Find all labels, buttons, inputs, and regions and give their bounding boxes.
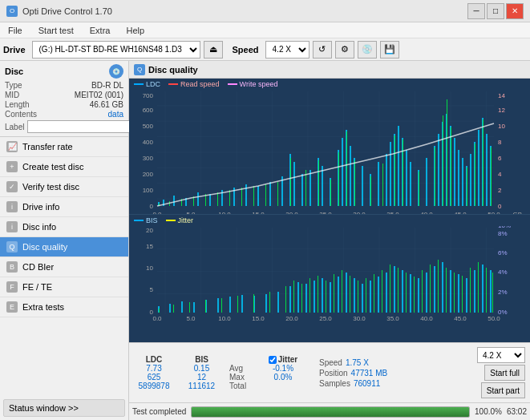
svg-rect-187 [334, 274, 334, 313]
svg-rect-147 [289, 286, 291, 313]
disc-button[interactable]: 💿 [358, 41, 377, 59]
mid-value: MEIT02 (001) [75, 91, 123, 99]
svg-rect-155 [354, 278, 355, 313]
sidebar-item-create-test-disc[interactable]: + Create test disc [0, 157, 128, 177]
max-label: Max [229, 373, 245, 382]
stats-area: LDC 7.73 625 5899878 BIS 0.15 12 111612 … [129, 342, 530, 402]
settings-button[interactable]: ⚙ [335, 41, 354, 59]
svg-rect-151 [322, 278, 323, 313]
svg-rect-162 [410, 274, 411, 313]
legend-bis: BIS [134, 216, 158, 224]
refresh-button[interactable]: ↺ [313, 41, 332, 59]
svg-rect-176 [205, 300, 206, 313]
close-button[interactable]: ✕ [506, 3, 524, 19]
svg-text:40.0: 40.0 [420, 315, 433, 322]
svg-rect-184 [310, 278, 310, 313]
svg-text:0: 0 [498, 203, 502, 210]
length-label: Length [5, 100, 30, 109]
sidebar-item-fe-te[interactable]: F FE / TE [0, 277, 128, 297]
svg-text:15.0: 15.0 [252, 211, 265, 214]
svg-rect-181 [285, 286, 286, 313]
svg-rect-166 [442, 262, 443, 313]
svg-text:15: 15 [146, 243, 153, 250]
nav-cd-bier-label: CD BIer [22, 262, 54, 272]
speed-select-stats[interactable]: 4.2 X [477, 347, 525, 363]
bis-max: 12 [197, 373, 206, 382]
svg-rect-88 [241, 188, 242, 206]
sidebar-item-disc-info[interactable]: i Disc info [0, 217, 128, 237]
svg-rect-152 [330, 282, 331, 313]
svg-rect-190 [358, 281, 358, 313]
title-controls: ─ □ ✕ [467, 3, 524, 19]
content-area: Q Disc quality LDC Read speed [129, 61, 530, 420]
verify-test-disc-icon: ✓ [6, 181, 18, 192]
eject-button[interactable]: ⏏ [204, 41, 223, 59]
speed-value: 1.75 X [346, 358, 369, 367]
legend-read-speed: Read speed [168, 80, 220, 88]
time-value: 63:02 [507, 407, 527, 416]
svg-rect-171 [482, 265, 483, 313]
sidebar-item-verify-test-disc[interactable]: ✓ Verify test disc [0, 177, 128, 197]
svg-text:400: 400 [143, 139, 154, 146]
title-bar-left: O Opti Drive Control 1.70 [6, 6, 112, 17]
nav-fe-te-label: FE / TE [22, 282, 52, 292]
save-button[interactable]: 💾 [380, 41, 399, 59]
svg-rect-62 [406, 150, 407, 206]
minimize-button[interactable]: ─ [467, 3, 485, 19]
type-label: Type [5, 81, 22, 90]
svg-rect-172 [490, 270, 492, 313]
sidebar-item-drive-info[interactable]: i Drive info [0, 197, 128, 217]
svg-rect-91 [277, 182, 278, 206]
svg-rect-175 [189, 302, 190, 313]
ldc-total: 5899878 [139, 382, 170, 390]
start-part-button[interactable]: Start part [481, 382, 525, 398]
svg-rect-58 [390, 142, 391, 206]
svg-rect-189 [350, 276, 350, 313]
disc-contents-row: Contents data [5, 110, 123, 119]
svg-text:45.0: 45.0 [454, 211, 467, 214]
svg-rect-75 [470, 154, 471, 206]
svg-rect-191 [366, 278, 366, 313]
nav-extra-tests-label: Extra tests [22, 302, 64, 312]
svg-text:35.0: 35.0 [386, 315, 399, 322]
type-value: BD-R DL [91, 81, 123, 90]
svg-text:12: 12 [498, 107, 505, 114]
svg-rect-206 [486, 268, 487, 313]
sidebar-item-disc-quality[interactable]: Q Disc quality [0, 237, 128, 257]
svg-rect-92 [290, 158, 291, 206]
svg-text:5: 5 [150, 286, 154, 293]
maximize-button[interactable]: □ [487, 3, 504, 19]
sidebar-item-extra-tests[interactable]: E Extra tests [0, 297, 128, 317]
svg-rect-149 [305, 284, 307, 313]
svg-text:5.0: 5.0 [186, 315, 196, 322]
sidebar-item-cd-bier[interactable]: B CD BIer [0, 257, 128, 277]
svg-rect-77 [478, 130, 479, 206]
menu-extra[interactable]: Extra [85, 24, 115, 37]
label-input[interactable] [27, 120, 131, 133]
svg-text:14: 14 [498, 92, 505, 99]
sidebar-item-transfer-rate[interactable]: 📈 Transfer rate [0, 137, 128, 157]
menu-help[interactable]: Help [121, 24, 149, 37]
svg-rect-185 [318, 276, 318, 313]
svg-rect-170 [474, 270, 475, 313]
status-window-button[interactable]: Status window >> [3, 399, 125, 417]
ldc-avg: 7.73 [146, 364, 161, 373]
svg-text:200: 200 [143, 171, 154, 178]
extra-tests-icon: E [6, 301, 18, 313]
total-label: Total [229, 382, 246, 390]
svg-rect-188 [342, 270, 342, 313]
svg-rect-205 [478, 262, 479, 313]
jitter-checkbox[interactable] [269, 356, 277, 364]
avg-label: Avg [229, 364, 243, 373]
svg-rect-150 [314, 281, 315, 313]
drive-select[interactable]: (G:) HL-DT-ST BD-RE WH16NS48 1.D3 [32, 41, 200, 59]
svg-rect-194 [390, 265, 390, 313]
svg-rect-174 [173, 305, 174, 313]
menu-start-test[interactable]: Start test [34, 24, 79, 37]
jitter-header: Jitter [278, 355, 297, 364]
jitter-avg: -0.1% [273, 364, 293, 373]
speed-select[interactable]: 4.2 X [265, 41, 310, 59]
menu-file[interactable]: File [3, 24, 27, 37]
start-full-button[interactable]: Start full [484, 365, 525, 381]
svg-text:10: 10 [146, 265, 153, 272]
